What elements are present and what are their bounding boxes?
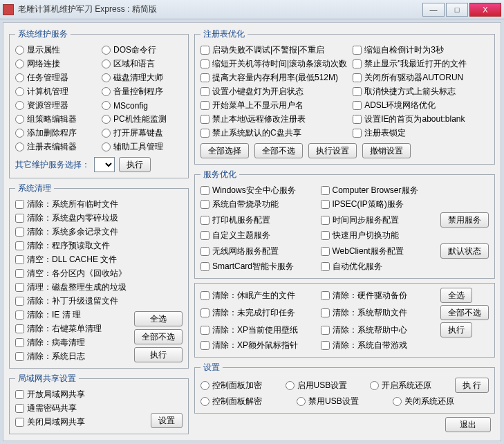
check-清除：系统多余记录文件[interactable]: 清除：系统多余记录文件 (15, 226, 183, 238)
check-Windows安全中心服务[interactable]: Windows安全中心服务 (200, 185, 315, 196)
check-input[interactable] (200, 231, 209, 240)
radio-input[interactable] (15, 115, 24, 124)
check-input[interactable] (15, 311, 24, 320)
radio-磁盘清理大师[interactable]: 磁盘清理大师 (102, 72, 183, 84)
check-系统自带烧录功能[interactable]: 系统自带烧录功能 (200, 198, 315, 210)
check-input[interactable] (15, 241, 24, 250)
check-缩短开关机等待时间|滚动条滚动次数[interactable]: 缩短开关机等待时间|滚动条滚动次数 (200, 58, 347, 70)
check-input[interactable] (321, 308, 330, 317)
check-input[interactable] (200, 46, 209, 55)
check-清除：程序预读取文件[interactable]: 清除：程序预读取文件 (15, 240, 183, 252)
check-input[interactable] (321, 200, 330, 209)
sys-clean-select-none-button[interactable]: 全部不选 (134, 329, 183, 344)
check-input[interactable] (200, 129, 209, 138)
check-清理：磁盘整理生成的垃圾[interactable]: 清理：磁盘整理生成的垃圾 (15, 281, 183, 293)
radio-input[interactable] (286, 381, 295, 390)
reg-btn-0[interactable]: 全部选择 (200, 143, 249, 158)
check-缩短自检倒计时为3秒[interactable]: 缩短自检倒计时为3秒 (353, 44, 489, 56)
reg-btn-3[interactable]: 撤销设置 (362, 143, 411, 158)
check-清除：XP额外鼠标指针[interactable]: 清除：XP额外鼠标指针 (200, 340, 315, 351)
check-input[interactable] (15, 255, 24, 264)
radio-input[interactable] (102, 73, 111, 82)
check-input[interactable] (321, 291, 330, 300)
check-input[interactable] (321, 247, 330, 256)
check-input[interactable] (15, 338, 24, 347)
check-清除：系统帮助文件[interactable]: 清除：系统帮助文件 (321, 307, 436, 319)
check-禁止显示"我最近打开的文件[interactable]: 禁止显示"我最近打开的文件 (353, 58, 489, 70)
radio-input[interactable] (102, 115, 111, 124)
check-input[interactable] (200, 59, 209, 68)
check-input[interactable] (200, 341, 209, 350)
radio-input[interactable] (102, 46, 111, 55)
svc-btn-4[interactable]: 默认状态 (440, 243, 489, 259)
check-无线网络服务配置[interactable]: 无线网络服务配置 (200, 246, 315, 257)
check-打印机服务配置[interactable]: 打印机服务配置 (200, 214, 315, 226)
check-input[interactable] (321, 326, 330, 335)
check-快速用户切换功能[interactable]: 快速用户切换功能 (321, 230, 436, 241)
settings-exec-button[interactable]: 执 行 (455, 378, 489, 393)
check-input[interactable] (15, 297, 24, 306)
check-WebClient服务配置[interactable]: WebClient服务配置 (321, 246, 436, 257)
lan-set-button[interactable]: 设置 (151, 413, 183, 428)
check-input[interactable] (15, 228, 24, 237)
check-input[interactable] (15, 214, 24, 223)
radio-input[interactable] (370, 381, 379, 390)
radio-input[interactable] (102, 142, 111, 151)
check-input[interactable] (353, 129, 362, 138)
exit-button[interactable]: 退出 (445, 417, 491, 432)
radio-控制面板解密[interactable]: 控制面板解密 (200, 396, 291, 407)
radio-input[interactable] (15, 142, 24, 151)
check-input[interactable] (15, 390, 24, 399)
radio-input[interactable] (297, 397, 306, 406)
check-SmartCard智能卡服务[interactable]: SmartCard智能卡服务 (200, 261, 315, 272)
radio-关闭系统还原[interactable]: 关闭系统还原 (393, 396, 483, 407)
sys-clean-exec-button[interactable]: 执行 (134, 347, 183, 362)
radio-MSconfig[interactable]: MSconfig (102, 100, 183, 111)
check-清除：未完成打印任务[interactable]: 清除：未完成打印任务 (200, 307, 315, 319)
radio-input[interactable] (15, 101, 24, 110)
radio-禁用USB设置[interactable]: 禁用USB设置 (297, 396, 387, 407)
check-input[interactable] (15, 404, 24, 413)
radio-计算机管理[interactable]: 计算机管理 (15, 86, 96, 98)
check-禁止本地\远程修改注册表[interactable]: 禁止本地\远程修改注册表 (200, 113, 347, 125)
check-input[interactable] (200, 101, 209, 110)
check-设置小键盘灯为开启状态[interactable]: 设置小键盘灯为开启状态 (200, 86, 347, 98)
check-input[interactable] (353, 46, 362, 55)
radio-网络连接[interactable]: 网络连接 (15, 58, 96, 70)
check-禁止系统默认的C盘共享[interactable]: 禁止系统默认的C盘共享 (200, 127, 347, 139)
svc-btn-2[interactable]: 禁用服务 (440, 212, 489, 228)
radio-显示属性[interactable]: 显示属性 (15, 44, 96, 56)
check-input[interactable] (321, 341, 330, 350)
check-input[interactable] (353, 73, 362, 82)
radio-添加删除程序[interactable]: 添加删除程序 (15, 127, 96, 139)
check-关闭所有驱动器AUTORUN[interactable]: 关闭所有驱动器AUTORUN (353, 72, 489, 84)
check-清除：系统盘内零碎垃圾[interactable]: 清除：系统盘内零碎垃圾 (15, 212, 183, 224)
check-input[interactable] (15, 418, 24, 427)
check-input[interactable] (200, 326, 209, 335)
check-清除：系统帮助中心[interactable]: 清除：系统帮助中心 (321, 324, 436, 336)
radio-音量控制程序[interactable]: 音量控制程序 (102, 86, 183, 98)
check-input[interactable] (200, 87, 209, 96)
radio-input[interactable] (200, 397, 209, 406)
check-Computer Browser服务[interactable]: Computer Browser服务 (321, 185, 436, 196)
radio-input[interactable] (15, 73, 24, 82)
radio-input[interactable] (15, 59, 24, 68)
check-input[interactable] (200, 216, 209, 225)
radio-input[interactable] (15, 87, 24, 96)
check-开放局域网共享[interactable]: 开放局域网共享 (15, 389, 183, 400)
check-清空：各分区内《回收站》[interactable]: 清空：各分区内《回收站》 (15, 268, 183, 279)
radio-任务管理器[interactable]: 任务管理器 (15, 72, 96, 84)
check-input[interactable] (200, 73, 209, 82)
minimize-button[interactable]: — (422, 3, 445, 17)
check-时间同步服务配置[interactable]: 时间同步服务配置 (321, 214, 436, 226)
check-注册表锁定[interactable]: 注册表锁定 (353, 127, 489, 139)
sys-clean-select-all-button[interactable]: 全选 (134, 311, 183, 326)
check-input[interactable] (353, 87, 362, 96)
radio-辅助工具管理[interactable]: 辅助工具管理 (102, 141, 183, 153)
check-input[interactable] (200, 247, 209, 256)
check-清除：休眠产生的文件[interactable]: 清除：休眠产生的文件 (200, 290, 315, 302)
check-input[interactable] (200, 308, 209, 317)
check-input[interactable] (321, 231, 330, 240)
radio-input[interactable] (102, 59, 111, 68)
check-设置IE的首页为about:blank[interactable]: 设置IE的首页为about:blank (353, 113, 489, 125)
